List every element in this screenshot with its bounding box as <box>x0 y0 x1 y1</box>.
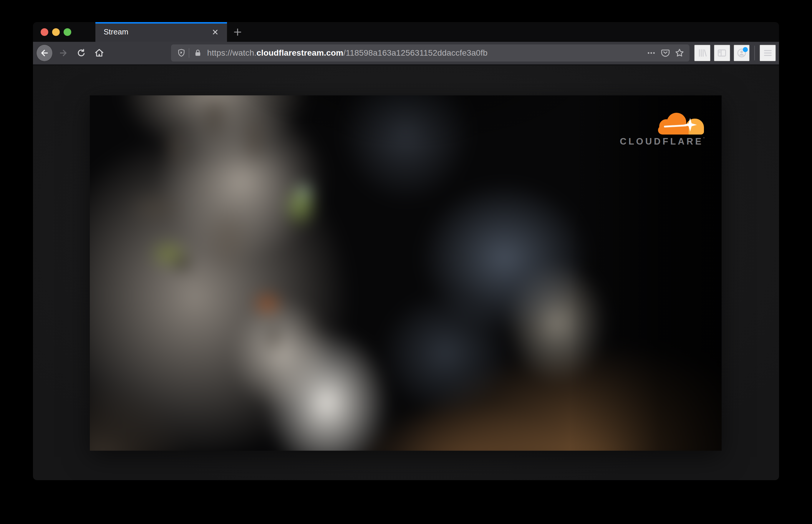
tab-stream[interactable]: Stream <box>95 22 227 42</box>
navigation-toolbar: https://watch.cloudflarestream.com/11859… <box>33 42 779 65</box>
url-bar[interactable]: https://watch.cloudflarestream.com/11859… <box>171 45 689 62</box>
library-icon <box>697 48 708 58</box>
back-button[interactable] <box>36 45 52 61</box>
window-controls <box>33 22 95 42</box>
sidebar-icon <box>717 48 727 58</box>
home-icon <box>94 48 104 58</box>
close-tab-icon[interactable] <box>209 26 221 38</box>
menu-button[interactable] <box>760 45 776 61</box>
plus-icon <box>232 27 243 37</box>
lock-icon[interactable] <box>192 47 204 60</box>
account-button[interactable] <box>734 45 750 61</box>
forward-icon <box>58 48 68 58</box>
zoom-window-button[interactable] <box>64 28 71 36</box>
video-vignette <box>90 95 721 451</box>
minimize-window-button[interactable] <box>52 28 60 36</box>
pocket-button[interactable] <box>658 46 672 60</box>
url-prefix: https://watch. <box>207 48 257 58</box>
new-tab-button[interactable] <box>227 22 248 42</box>
reload-button[interactable] <box>73 45 89 61</box>
active-tab-accent <box>95 22 227 23</box>
back-icon <box>39 48 49 58</box>
bookmark-star-icon <box>674 48 685 58</box>
sidebar-button[interactable] <box>714 45 730 61</box>
url-text[interactable]: https://watch.cloudflarestream.com/11859… <box>207 48 488 58</box>
url-path: /118598a163a125631152ddaccfe3a0fb <box>343 48 488 58</box>
page-actions-button[interactable] <box>644 46 658 60</box>
trademark-mark: ’ <box>703 136 704 141</box>
tab-bar: Stream <box>33 22 779 42</box>
bookmark-button[interactable] <box>672 46 686 60</box>
cloudflare-wordmark: CLOUDFLARE’ <box>620 137 704 146</box>
home-button[interactable] <box>91 45 107 61</box>
video-player[interactable]: CLOUDFLARE’ <box>90 95 721 451</box>
close-window-button[interactable] <box>40 28 48 36</box>
cloudflare-cloud-icon <box>657 112 704 134</box>
shield-icon[interactable] <box>176 47 187 60</box>
forward-button[interactable] <box>55 45 71 61</box>
page-content: CLOUDFLARE’ <box>33 65 779 480</box>
url-domain: cloudflarestream.com <box>257 48 343 58</box>
cloudflare-logo: CLOUDFLARE’ <box>620 112 704 146</box>
menu-icon <box>763 48 773 58</box>
toolbar-divider <box>754 46 755 60</box>
urlbar-divider <box>189 48 189 58</box>
library-button[interactable] <box>694 45 711 61</box>
browser-window: Stream <box>33 22 779 480</box>
page-actions-icon <box>646 48 656 58</box>
pocket-icon <box>660 48 670 58</box>
reload-icon <box>76 48 86 58</box>
tab-title: Stream <box>104 27 209 36</box>
